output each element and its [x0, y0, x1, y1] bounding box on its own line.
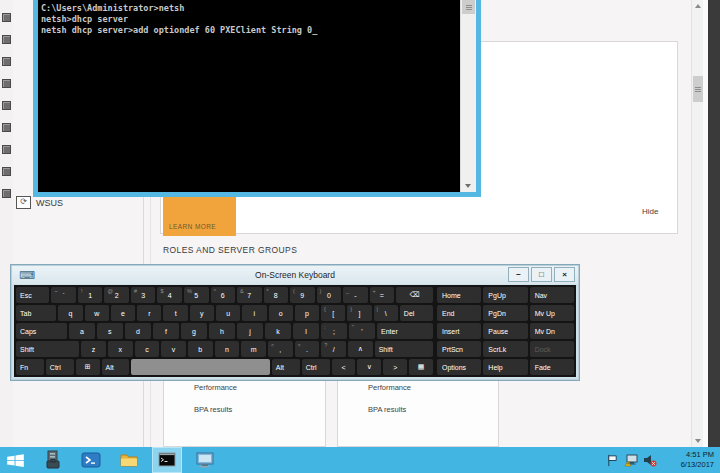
command-prompt-window[interactable]: C:\Users\Administrator>netshnetsh>dhcp s…	[33, 0, 481, 197]
key-g[interactable]: g	[181, 323, 207, 339]
osk-title-bar[interactable]: ⌨ On-Screen Keyboard	[12, 266, 578, 284]
key-mv-dn[interactable]: Mv Dn	[530, 323, 574, 339]
key-nav[interactable]: Nav	[530, 287, 574, 303]
key-enter[interactable]: Enter	[377, 323, 433, 339]
key-bracket-right[interactable]: }]	[347, 305, 371, 321]
key-pgdn[interactable]: PgDn	[483, 305, 527, 321]
key-fn[interactable]: Fn	[16, 359, 44, 375]
maximize-button[interactable]: □	[531, 267, 552, 282]
key-b[interactable]: b	[188, 341, 213, 357]
key-5[interactable]: %5	[184, 287, 209, 303]
key-3[interactable]: #3	[131, 287, 156, 303]
key-s[interactable]: s	[97, 323, 123, 339]
key-arrow-up[interactable]: ∧	[348, 341, 373, 357]
key-o[interactable]: o	[269, 305, 293, 321]
key-4[interactable]: $4	[157, 287, 182, 303]
key-j[interactable]: j	[237, 323, 263, 339]
key-u[interactable]: u	[216, 305, 240, 321]
scrollbar-thumb[interactable]	[693, 76, 703, 102]
scrollbar-thumb[interactable]	[462, 0, 475, 14]
iis-icon[interactable]	[2, 167, 11, 176]
tile-row-link[interactable]: BPA results	[338, 405, 498, 427]
key-2[interactable]: @2	[104, 287, 129, 303]
volume-muted-icon[interactable]	[643, 453, 657, 467]
key-shift-left[interactable]: Shift	[16, 341, 79, 357]
key-ctrl-left[interactable]: Ctrl	[46, 359, 74, 375]
all-servers-icon[interactable]	[2, 57, 11, 66]
tile-row-link[interactable]: Performance	[338, 383, 498, 405]
scroll-up-icon[interactable]	[695, 4, 701, 8]
key-e[interactable]: e	[111, 305, 135, 321]
key-insert[interactable]: Insert	[437, 323, 481, 339]
key-home[interactable]: Home	[437, 287, 481, 303]
key-backslash[interactable]: |\	[374, 305, 398, 321]
ad-ds-icon[interactable]	[2, 79, 11, 88]
key-comma[interactable]: <,	[268, 341, 293, 357]
start-button[interactable]	[0, 447, 30, 473]
key-6[interactable]: ^6	[211, 287, 236, 303]
key-9[interactable]: (9	[290, 287, 315, 303]
file-storage-icon[interactable]	[2, 145, 11, 154]
key-equals[interactable]: +=	[370, 287, 395, 303]
key-fade[interactable]: Fade	[530, 359, 574, 375]
key-l[interactable]: l	[293, 323, 319, 339]
key-p[interactable]: p	[295, 305, 319, 321]
key-c[interactable]: c	[135, 341, 160, 357]
key-arrow-right[interactable]: >	[383, 359, 407, 375]
key-i[interactable]: i	[242, 305, 266, 321]
key-dock[interactable]: Dock	[530, 341, 574, 357]
key-backtick[interactable]: ~`	[51, 287, 76, 303]
key-win[interactable]: ⊞	[76, 359, 100, 375]
key-mv-up[interactable]: Mv Up	[530, 305, 574, 321]
key-alt-right[interactable]: Alt	[272, 359, 300, 375]
key-d[interactable]: d	[125, 323, 151, 339]
key-alt-left[interactable]: Alt	[102, 359, 130, 375]
key-end[interactable]: End	[437, 305, 481, 321]
computer-icon[interactable]	[190, 447, 220, 473]
key-8[interactable]: *8	[264, 287, 289, 303]
key-f[interactable]: f	[153, 323, 179, 339]
powershell-icon[interactable]	[76, 447, 106, 473]
key-bracket-left[interactable]: {[	[321, 305, 345, 321]
dhcp-icon[interactable]	[2, 101, 11, 110]
key-esc[interactable]: Esc	[16, 287, 49, 303]
key-quote[interactable]: "'	[349, 323, 375, 339]
key-prtscn[interactable]: PrtScn	[437, 341, 481, 357]
key-t[interactable]: t	[163, 305, 187, 321]
remote-access-icon[interactable]	[2, 189, 11, 198]
sidebar-item-wsus[interactable]: ⟳ WSUS	[16, 196, 63, 209]
key-ctrl-right[interactable]: Ctrl	[302, 359, 330, 375]
scroll-down-icon[interactable]	[695, 439, 701, 443]
hide-link[interactable]: Hide	[642, 207, 658, 216]
key-menu[interactable]: ▦	[409, 359, 433, 375]
key-1[interactable]: !1	[78, 287, 103, 303]
key-caps[interactable]: Caps	[16, 323, 67, 339]
tile-row-link[interactable]: BPA results	[164, 405, 325, 427]
close-button[interactable]: ×	[554, 267, 575, 282]
minimize-button[interactable]: −	[508, 267, 529, 282]
key-v[interactable]: v	[161, 341, 186, 357]
key-pause[interactable]: Pause	[483, 323, 527, 339]
key-x[interactable]: x	[108, 341, 133, 357]
key-7[interactable]: &7	[237, 287, 262, 303]
key-y[interactable]: y	[190, 305, 214, 321]
key-period[interactable]: >.	[295, 341, 320, 357]
key-shift-right[interactable]: Shift	[375, 341, 433, 357]
local-server-icon[interactable]	[2, 35, 11, 44]
key-backspace[interactable]: ⌫	[396, 287, 433, 303]
dashboard-icon[interactable]	[2, 13, 11, 22]
key-minus[interactable]: _-	[343, 287, 368, 303]
key-n[interactable]: n	[215, 341, 240, 357]
taskbar-clock[interactable]: 4:51 PM 6/13/2017	[662, 450, 714, 470]
key-options[interactable]: Options	[437, 359, 481, 375]
key-space[interactable]	[131, 359, 269, 375]
key-help[interactable]: Help	[483, 359, 527, 375]
scroll-down-icon[interactable]	[465, 184, 471, 188]
key-z[interactable]: z	[81, 341, 106, 357]
key-pgup[interactable]: PgUp	[483, 287, 527, 303]
tile-row-link[interactable]: Performance	[164, 383, 325, 405]
key-r[interactable]: r	[137, 305, 161, 321]
action-center-flag-icon[interactable]	[606, 454, 619, 467]
file-explorer-icon[interactable]	[114, 447, 144, 473]
command-prompt-icon[interactable]	[152, 447, 182, 473]
